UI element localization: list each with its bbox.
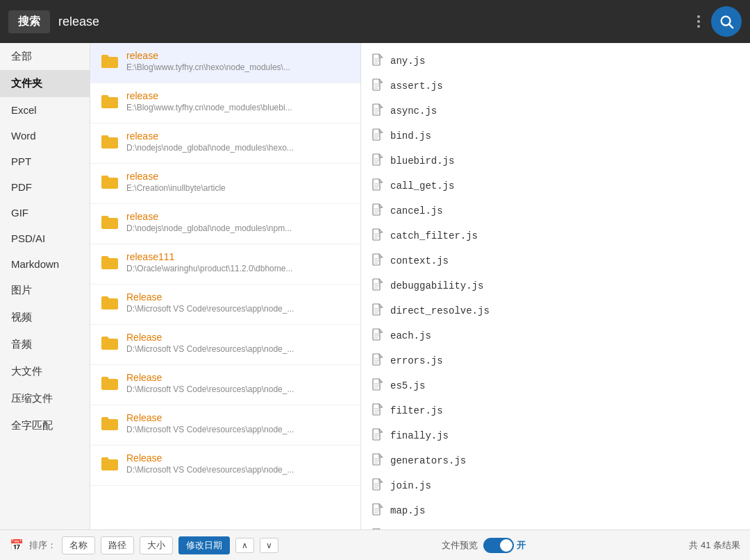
- preview-item[interactable]: each.js: [361, 323, 750, 348]
- preview-item[interactable]: call_get.js: [361, 173, 750, 198]
- preview-file-name: errors.js: [390, 355, 443, 366]
- preview-item[interactable]: join.js: [361, 473, 750, 498]
- preview-file-name: bluebird.js: [390, 155, 454, 167]
- preview-file-name: any.js: [390, 56, 425, 67]
- preview-item[interactable]: async.js: [361, 99, 750, 124]
- preview-file-name: catch_filter.js: [390, 230, 478, 241]
- sidebar-item-markdown[interactable]: Markdown: [0, 251, 90, 277]
- file-name: release: [126, 90, 292, 101]
- preview-item[interactable]: assert.js: [361, 74, 750, 99]
- file-path: E:\Creation\inullbyte\article: [126, 183, 226, 193]
- result-count: 共 41 条结果: [689, 539, 740, 552]
- file-list-item[interactable]: releaseE:\Blog\www.tyfhy.cn\hexo\node_mo…: [90, 43, 360, 83]
- search-button[interactable]: [711, 6, 742, 37]
- dot-icon: [697, 25, 700, 28]
- preview-toggle[interactable]: 开: [483, 538, 526, 553]
- preview-item[interactable]: direct_resolve.js: [361, 298, 750, 323]
- file-list-item[interactable]: ReleaseD:\Microsoft VS Code\resources\ap…: [90, 405, 360, 446]
- sidebar-item-video[interactable]: 视频: [0, 304, 90, 331]
- document-icon: [372, 278, 383, 294]
- more-options-button[interactable]: [694, 12, 703, 31]
- preview-item[interactable]: cancel.js: [361, 198, 750, 223]
- file-list-item[interactable]: ReleaseD:\Microsoft VS Code\resources\ap…: [90, 325, 360, 365]
- folder-icon: [100, 253, 119, 272]
- sidebar-item-ppt[interactable]: PPT: [0, 149, 90, 174]
- file-list-item[interactable]: ReleaseD:\Microsoft VS Code\resources\ap…: [90, 285, 360, 325]
- file-list-item[interactable]: release111D:\Oracle\waringhu\product\11.…: [90, 244, 360, 285]
- file-info: release111D:\Oracle\waringhu\product\11.…: [126, 251, 292, 273]
- file-info: ReleaseD:\Microsoft VS Code\resources\ap…: [126, 291, 294, 314]
- file-path: D:\Microsoft VS Code\resources\app\node_…: [126, 465, 294, 475]
- folder-icon: [100, 414, 119, 433]
- folder-icon: [100, 293, 119, 312]
- folder-icon: [100, 172, 119, 192]
- preview-panel: any.js assert.js async.js bind.js bluebi…: [361, 43, 750, 529]
- folder-icon: [100, 414, 119, 438]
- file-path: D:\nodejs\node_global\node_modules\hexo.…: [126, 143, 294, 153]
- sort-size-button[interactable]: 大小: [140, 536, 173, 554]
- sidebar-item-fullmatch[interactable]: 全字匹配: [0, 412, 90, 439]
- file-list-item[interactable]: releaseD:\nodejs\node_global\node_module…: [90, 204, 360, 244]
- sidebar-item-image[interactable]: 图片: [0, 277, 90, 304]
- preview-item[interactable]: catch_filter.js: [361, 223, 750, 248]
- file-name: release: [126, 211, 292, 222]
- footer: 📅 排序： 名称 路径 大小 修改日期 ∧ ∨ 文件预览 开 共 41 条结果: [0, 529, 750, 560]
- search-input[interactable]: [58, 15, 686, 29]
- preview-item[interactable]: context.js: [361, 248, 750, 273]
- file-list-item[interactable]: ReleaseD:\Microsoft VS Code\resources\ap…: [90, 365, 360, 405]
- document-icon: [372, 253, 383, 269]
- file-path: E:\Blog\www.tyfhy.cn\hexo\node_modules\.…: [126, 62, 290, 72]
- file-path: D:\nodejs\node_global\node_modules\npm..…: [126, 223, 292, 233]
- folder-icon: [100, 454, 119, 478]
- preview-file-name: bind.js: [390, 130, 431, 142]
- toggle-track[interactable]: [483, 538, 514, 553]
- file-list-item[interactable]: ReleaseD:\Microsoft VS Code\resources\ap…: [90, 446, 360, 486]
- sort-asc-button[interactable]: ∧: [235, 538, 254, 553]
- sort-path-button[interactable]: 路径: [101, 536, 134, 554]
- file-list-item[interactable]: releaseE:\Blog\www.tyfhy.cn\node_modules…: [90, 83, 360, 124]
- document-icon: [372, 478, 383, 493]
- sidebar-item-pdf[interactable]: PDF: [0, 174, 90, 200]
- sidebar-item-all[interactable]: 全部: [0, 43, 90, 70]
- file-name: Release: [126, 412, 294, 423]
- file-info: releaseE:\Blog\www.tyfhy.cn\hexo\node_mo…: [126, 50, 290, 72]
- folder-icon: [100, 172, 119, 196]
- file-name: Release: [126, 332, 294, 343]
- sidebar-item-gif[interactable]: GIF: [0, 200, 90, 226]
- calendar-icon[interactable]: 📅: [10, 538, 24, 552]
- sidebar-item-audio[interactable]: 音频: [0, 331, 90, 358]
- sort-name-button[interactable]: 名称: [62, 536, 95, 554]
- preview-item[interactable]: errors.js: [361, 348, 750, 373]
- preview-item[interactable]: generators.js: [361, 448, 750, 473]
- preview-item[interactable]: any.js: [361, 49, 750, 74]
- document-icon: [372, 228, 383, 244]
- file-list-item[interactable]: releaseE:\Creation\inullbyte\article: [90, 164, 360, 204]
- sidebar-item-psdai[interactable]: PSD/AI: [0, 226, 90, 251]
- preview-item[interactable]: map.js: [361, 498, 750, 523]
- folder-icon: [100, 333, 119, 353]
- file-list-item[interactable]: releaseD:\nodejs\node_global\node_module…: [90, 124, 360, 164]
- sidebar-item-archive[interactable]: 压缩文件: [0, 385, 90, 412]
- preview-file-name: direct_resolve.js: [390, 305, 490, 316]
- file-info: ReleaseD:\Microsoft VS Code\resources\ap…: [126, 452, 294, 475]
- sidebar-item-bigfile[interactable]: 大文件: [0, 358, 90, 385]
- search-label: 搜索: [8, 10, 50, 33]
- document-icon: [372, 378, 383, 393]
- preview-file-name: finally.js: [390, 430, 449, 441]
- sort-desc-button[interactable]: ∨: [260, 538, 278, 553]
- preview-item[interactable]: finally.js: [361, 423, 750, 448]
- preview-item[interactable]: bind.js: [361, 124, 750, 149]
- preview-item[interactable]: bluebird.js: [361, 149, 750, 173]
- sort-date-button[interactable]: 修改日期: [178, 536, 230, 554]
- preview-item[interactable]: debuggability.js: [361, 273, 750, 298]
- sidebar-item-excel[interactable]: Excel: [0, 97, 90, 123]
- sidebar-item-folder[interactable]: 文件夹: [0, 70, 90, 97]
- file-info: releaseD:\nodejs\node_global\node_module…: [126, 211, 292, 233]
- sidebar-item-word[interactable]: Word: [0, 123, 90, 149]
- document-icon: [372, 503, 383, 518]
- preview-item[interactable]: method.js: [361, 523, 750, 529]
- preview-file-name: filter.js: [390, 405, 443, 416]
- preview-item[interactable]: filter.js: [361, 398, 750, 423]
- file-name: Release: [126, 452, 294, 464]
- preview-item[interactable]: es5.js: [361, 373, 750, 398]
